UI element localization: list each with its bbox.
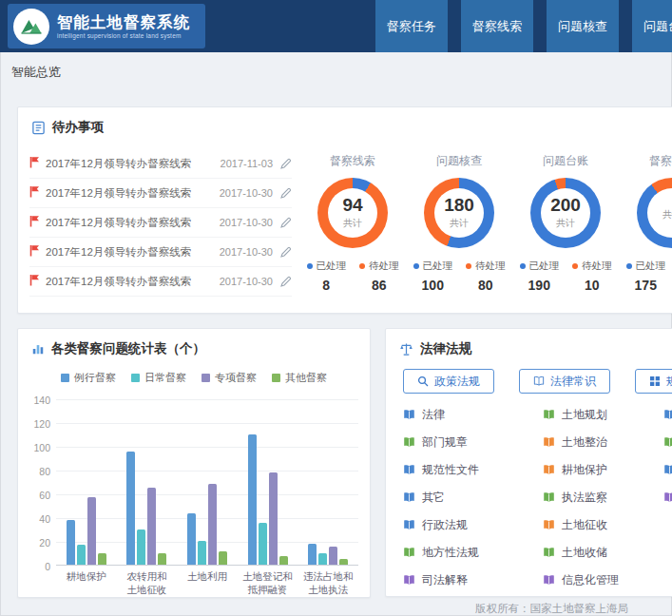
y-axis-tick: 60: [22, 490, 50, 501]
law-link[interactable]: 法律: [403, 401, 479, 429]
legend-swatch: [202, 374, 210, 382]
legal-knowledge-button[interactable]: 法律常识: [519, 369, 610, 394]
bar: [219, 551, 227, 565]
book-icon: [543, 436, 555, 449]
todo-item[interactable]: 2017年12月领导转办督察线索 2017-10-30: [29, 208, 292, 238]
book-icon: [663, 436, 672, 449]
law-link-label: 耕地保护: [562, 462, 607, 478]
law-link[interactable]: [663, 401, 672, 429]
law-link[interactable]: [663, 429, 672, 456]
law-link[interactable]: 耕地保护: [543, 456, 619, 484]
law-link[interactable]: 土地收储: [543, 539, 619, 567]
law-link[interactable]: 行政法规: [403, 511, 479, 539]
law-link-label: 土地整治: [562, 434, 607, 451]
donut-legend: 已处理 190 待处理 10: [512, 260, 619, 293]
y-axis-tick: 80: [22, 466, 50, 477]
law-link[interactable]: 土地规划: [543, 401, 619, 429]
legend-label: 日常督察: [144, 371, 186, 385]
policy-regulations-button[interactable]: 政策法规: [403, 369, 494, 394]
law-link[interactable]: 司法解释: [403, 567, 479, 594]
pending-stat: 待处理 10: [572, 260, 612, 293]
law-card-head: 法律法规: [399, 340, 471, 357]
pending-dot-icon: [466, 263, 471, 269]
todo-list: 2017年12月领导转办督察线索 2017-11-03 2017年12月领导转办…: [29, 149, 292, 297]
edit-icon[interactable]: [280, 217, 292, 228]
book-icon: [543, 574, 555, 587]
breadcrumb: 智能总览: [11, 64, 61, 81]
rules-button[interactable]: 规章制度: [635, 369, 672, 394]
flag-icon: [29, 243, 40, 260]
todo-item[interactable]: 2017年12月领导转办督察线索 2017-11-03: [29, 149, 292, 179]
button-label: 政策法规: [434, 374, 480, 390]
nav-item-problem-check[interactable]: 问题核查: [547, 0, 619, 52]
bar-group: [308, 544, 348, 566]
y-axis-tick: 20: [22, 537, 50, 549]
book-icon: [403, 464, 415, 476]
donut-total-label: 共计: [343, 217, 362, 230]
todo-item[interactable]: 2017年12月领导转办督察线索 2017-10-30: [29, 238, 292, 267]
nav-item-supervision-clues[interactable]: 督察线索: [461, 0, 533, 52]
todo-item-text: 2017年12月领导转办督察线索: [46, 216, 191, 230]
law-link[interactable]: 规范性文件: [403, 456, 479, 484]
todo-item[interactable]: 2017年12月领导转办督察线索 2017-10-30: [29, 267, 292, 297]
y-axis-tick: 0: [22, 561, 50, 572]
nav-item-problem-ledger[interactable]: 问题台账: [632, 0, 672, 52]
todo-item-date: 2017-10-30: [220, 246, 273, 258]
edit-icon[interactable]: [280, 276, 292, 287]
edit-icon[interactable]: [280, 187, 292, 199]
law-link-label: 其它: [422, 490, 445, 506]
law-link[interactable]: 土地整治: [543, 429, 619, 456]
book-icon: [663, 409, 672, 421]
todo-item-date: 2017-10-30: [220, 187, 273, 199]
todo-card-title: 待办事项: [52, 119, 104, 136]
nav-item-supervision-tasks[interactable]: 督察任务: [375, 0, 448, 52]
pending-label: 待处理: [475, 260, 506, 273]
book-icon: [403, 574, 415, 587]
book-icon: [543, 491, 555, 504]
bar-groups: [56, 399, 358, 565]
edit-icon[interactable]: [280, 158, 292, 169]
bar: [87, 497, 96, 565]
law-card: 法律法规 政策法规 法律常识 规章制度 法律 部门规章 规范性文件 其它 行政法…: [385, 328, 672, 597]
bar-group: [187, 484, 227, 565]
donut-chart: 共计: [637, 178, 672, 248]
law-link-label: 地方性法规: [422, 545, 479, 561]
legend-swatch: [272, 374, 280, 382]
legend-swatch: [131, 374, 140, 382]
bar: [158, 553, 166, 566]
book-icon: [403, 491, 415, 504]
law-link[interactable]: 部门规章: [403, 429, 479, 456]
law-link[interactable]: 信息化管理: [543, 567, 619, 594]
processed-dot-icon: [626, 263, 632, 269]
donut-center: 180 共计: [434, 188, 484, 238]
donut-total-label: 共计: [662, 208, 672, 221]
law-link-label: 土地规划: [562, 407, 607, 423]
edit-icon[interactable]: [280, 246, 292, 258]
bar: [147, 488, 156, 565]
law-link[interactable]: 土地征收: [543, 511, 619, 539]
bar: [339, 559, 348, 565]
bar-group: [67, 497, 106, 565]
law-link-label: 规范性文件: [422, 462, 479, 478]
book-icon: [403, 547, 415, 559]
processed-dot-icon: [520, 263, 526, 269]
donut-legend: 已处理 100 待处理 80: [406, 260, 512, 293]
law-link[interactable]: 地方性法规: [403, 539, 479, 567]
donut-total: 180: [444, 196, 474, 214]
todo-item[interactable]: 2017年12月领导转办督察线索 2017-10-30: [29, 179, 292, 208]
bar-chart-card: 各类督察问题统计表（个） 例行督察 日常督察 专项督察 其他督察 140 120…: [17, 328, 371, 598]
law-link-label: 土地征收: [562, 517, 607, 533]
donut-chart: 94 共计: [317, 178, 388, 248]
todo-item-text: 2017年12月领导转办督察线索: [46, 275, 191, 289]
processed-dot-icon: [413, 263, 419, 269]
donut-block-rectification: 督察整改 共计 已处理 175 待处理: [619, 153, 672, 293]
donut-total-label: 共计: [450, 217, 469, 230]
bar: [259, 523, 267, 565]
processed-dot-icon: [307, 263, 313, 269]
law-link[interactable]: [663, 456, 672, 484]
law-link[interactable]: 执法监察: [543, 484, 619, 511]
app-title: 智能土地督察系统: [57, 13, 190, 31]
law-link[interactable]: [663, 484, 672, 511]
law-link[interactable]: 其它: [403, 484, 479, 511]
processed-value: 175: [626, 278, 666, 293]
